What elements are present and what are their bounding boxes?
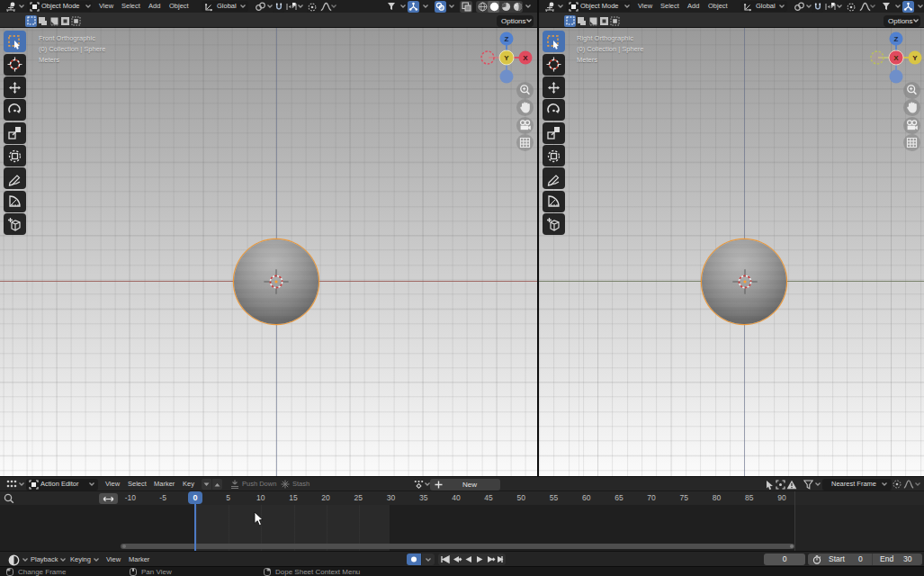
svg-text:X: X <box>893 54 899 62</box>
svg-text:Y: Y <box>504 54 509 62</box>
svg-text:Y: Y <box>912 54 918 62</box>
svg-text:X: X <box>523 54 528 62</box>
svg-text:Z: Z <box>505 35 509 43</box>
svg-text:Z: Z <box>894 35 899 43</box>
